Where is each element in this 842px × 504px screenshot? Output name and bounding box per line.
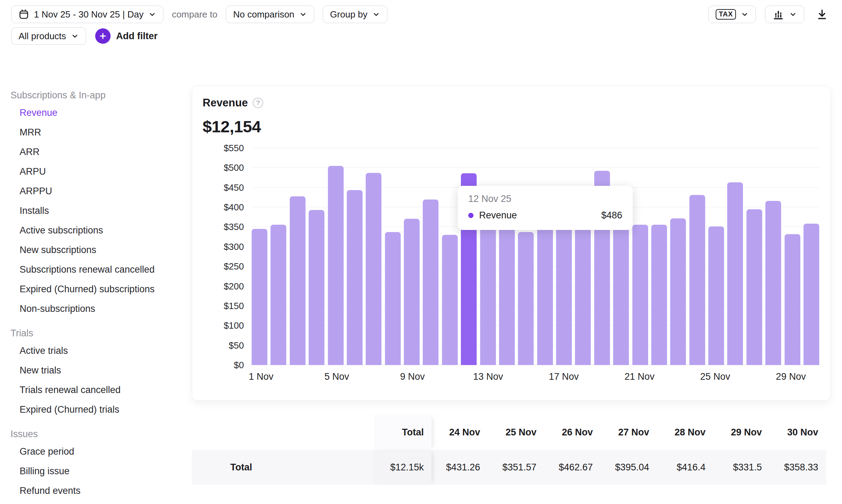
y-tick-label: $450 <box>224 182 244 193</box>
sidebar-item-expired-churned-subscriptions[interactable]: Expired (Churned) subscriptions <box>10 279 185 299</box>
tax-icon: TAX <box>716 9 736 20</box>
sidebar-item-arpu[interactable]: ARPU <box>10 162 185 181</box>
x-tick-label: 25 Nov <box>700 371 730 382</box>
chevron-down-icon <box>71 32 79 40</box>
group-by-label: Group by <box>330 9 367 20</box>
sidebar-item-non-subscriptions[interactable]: Non-subscriptions <box>10 299 185 318</box>
bar-2-nov[interactable] <box>271 225 286 365</box>
column-header-28-nov: 28 Nov <box>657 427 713 438</box>
sidebar-item-revenue[interactable]: Revenue <box>10 103 185 122</box>
sidebar-item-arr[interactable]: ARR <box>10 142 185 162</box>
chart-plot-area: 1 Nov5 Nov9 Nov13 Nov17 Nov21 Nov25 Nov2… <box>252 148 819 365</box>
bar-22-nov[interactable] <box>651 225 667 365</box>
x-tick-label: 13 Nov <box>473 371 503 382</box>
bar-1-nov[interactable] <box>252 229 267 365</box>
bar-6-nov[interactable] <box>347 190 363 365</box>
y-tick-label: $550 <box>224 143 244 154</box>
bar-26-nov[interactable] <box>727 182 743 365</box>
bar-30-nov[interactable] <box>804 224 819 365</box>
chevron-down-icon <box>148 10 156 18</box>
bar-7-nov[interactable] <box>366 173 381 365</box>
bar-8-nov[interactable] <box>385 232 401 365</box>
bar-13-nov[interactable] <box>480 222 496 365</box>
y-tick-label: $300 <box>224 241 244 252</box>
bar-5-nov[interactable] <box>328 166 344 365</box>
download-button[interactable] <box>813 8 831 21</box>
group-by-select[interactable]: Group by <box>323 6 387 23</box>
y-tick-label: $250 <box>224 261 244 272</box>
bar-24-nov[interactable] <box>689 195 705 365</box>
sidebar-section-title-trials: Trials <box>10 326 185 341</box>
revenue-total-value: $12,154 <box>203 117 819 136</box>
chart-title: Revenue <box>203 97 248 109</box>
bar-25-nov[interactable] <box>708 226 724 365</box>
bar-16-nov[interactable] <box>537 224 553 365</box>
bar-10-nov[interactable] <box>423 200 438 365</box>
y-tick-label: $400 <box>224 202 244 213</box>
sidebar-item-trials-renewal-cancelled[interactable]: Trials renewal cancelled <box>10 380 185 400</box>
add-filter-label: Add filter <box>116 31 158 42</box>
bar-4-nov[interactable] <box>309 210 324 365</box>
cell-30-nov: $358.33 <box>770 462 826 473</box>
bar-21-nov[interactable] <box>632 225 648 365</box>
bar-3-nov[interactable] <box>290 196 306 365</box>
bar-20-nov[interactable] <box>613 225 629 365</box>
tooltip-value: $486 <box>601 210 622 221</box>
download-icon <box>815 8 829 21</box>
sidebar-item-expired-churned-trials[interactable]: Expired (Churned) trials <box>10 400 185 419</box>
cell-27-nov: $395.04 <box>601 462 657 473</box>
bar-9-nov[interactable] <box>404 219 420 365</box>
bar-29-nov[interactable] <box>785 234 800 365</box>
chevron-down-icon <box>789 10 797 18</box>
cell-26-nov: $462.67 <box>544 462 601 473</box>
bar-14-nov[interactable] <box>499 221 515 365</box>
bar-18-nov[interactable] <box>575 224 591 365</box>
comparison-label: No comparison <box>233 9 294 20</box>
products-filter-select[interactable]: All products <box>11 27 86 45</box>
sidebar-item-subscriptions-renewal-cancelled[interactable]: Subscriptions renewal cancelled <box>10 260 185 279</box>
revenue-bar-chart: $0$50$100$150$200$250$300$350$400$450$50… <box>203 148 819 385</box>
column-header-30-nov: 30 Nov <box>770 427 826 438</box>
y-tick-label: $100 <box>224 320 244 331</box>
sidebar-item-new-subscriptions[interactable]: New subscriptions <box>10 240 185 260</box>
cell-28-nov: $416.4 <box>657 462 713 473</box>
bar-11-nov[interactable] <box>442 235 458 365</box>
cell-total: $12.15k <box>374 450 431 485</box>
sidebar-item-installs[interactable]: Installs <box>10 201 185 220</box>
sidebar-item-new-trials[interactable]: New trials <box>10 360 185 380</box>
sidebar-section-title-issues: Issues <box>10 426 185 442</box>
tax-toggle-button[interactable]: TAX <box>708 6 756 23</box>
column-header-29-nov: 29 Nov <box>713 427 770 438</box>
sidebar-item-mrr[interactable]: MRR <box>10 122 185 142</box>
date-range-button[interactable]: 1 Nov 25 - 30 Nov 25 | Day <box>11 6 163 23</box>
x-tick-label: 9 Nov <box>400 371 425 382</box>
column-header-total: Total <box>374 415 431 450</box>
bars-container <box>252 148 819 365</box>
x-tick-label: 21 Nov <box>625 371 655 382</box>
sidebar-item-refund-events[interactable]: Refund events <box>10 481 185 500</box>
bar-17-nov[interactable] <box>556 224 572 365</box>
bar-23-nov[interactable] <box>670 218 686 365</box>
comparison-select[interactable]: No comparison <box>226 6 314 23</box>
bar-27-nov[interactable] <box>746 209 762 365</box>
sidebar-item-billing-issue[interactable]: Billing issue <box>10 461 185 481</box>
bar-15-nov[interactable] <box>518 232 534 365</box>
sidebar-section-title-subscriptions-in-app: Subscriptions & In-app <box>10 88 185 103</box>
toolbar: 1 Nov 25 - 30 Nov 25 | Day compare to No… <box>11 6 831 23</box>
chevron-down-icon <box>299 10 307 18</box>
x-tick-label: 29 Nov <box>776 371 806 382</box>
sidebar-item-arppu[interactable]: ARPPU <box>10 181 185 201</box>
chart-type-button[interactable] <box>765 6 804 23</box>
column-header-24-nov: 24 Nov <box>431 427 488 438</box>
sidebar-item-active-trials[interactable]: Active trials <box>10 341 185 360</box>
help-icon[interactable]: ? <box>253 98 263 108</box>
sidebar-item-active-subscriptions[interactable]: Active subscriptions <box>10 220 185 240</box>
x-tick-label: 5 Nov <box>324 371 349 382</box>
chevron-down-icon <box>741 10 749 18</box>
table-header-row: Total24 Nov25 Nov26 Nov27 Nov28 Nov29 No… <box>192 415 826 450</box>
sidebar-item-grace-period[interactable]: Grace period <box>10 442 185 461</box>
column-header-26-nov: 26 Nov <box>544 427 601 438</box>
bar-28-nov[interactable] <box>765 201 781 365</box>
add-filter-button[interactable]: Add filter <box>95 28 158 44</box>
filter-bar: All products Add filter <box>11 27 157 45</box>
